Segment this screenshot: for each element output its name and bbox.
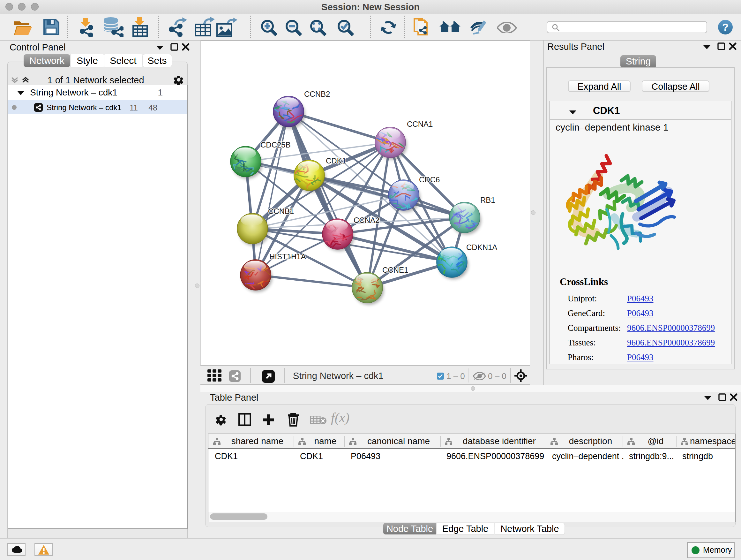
svg-text:CDC25B: CDC25B	[260, 140, 291, 149]
svg-text:RB1: RB1	[480, 196, 495, 204]
svg-text:CDC6: CDC6	[419, 175, 440, 184]
svg-text:CCNE1: CCNE1	[382, 266, 408, 274]
svg-text:CCNA1: CCNA1	[407, 120, 433, 128]
svg-text:CCNB2: CCNB2	[304, 90, 330, 98]
svg-text:CCNB1: CCNB1	[268, 207, 294, 215]
svg-text:CCNA2: CCNA2	[354, 216, 380, 225]
svg-text:HIST1H1A: HIST1H1A	[269, 252, 306, 261]
svg-text:CDK1: CDK1	[326, 157, 346, 165]
svg-text:CDKN1A: CDKN1A	[466, 243, 497, 252]
